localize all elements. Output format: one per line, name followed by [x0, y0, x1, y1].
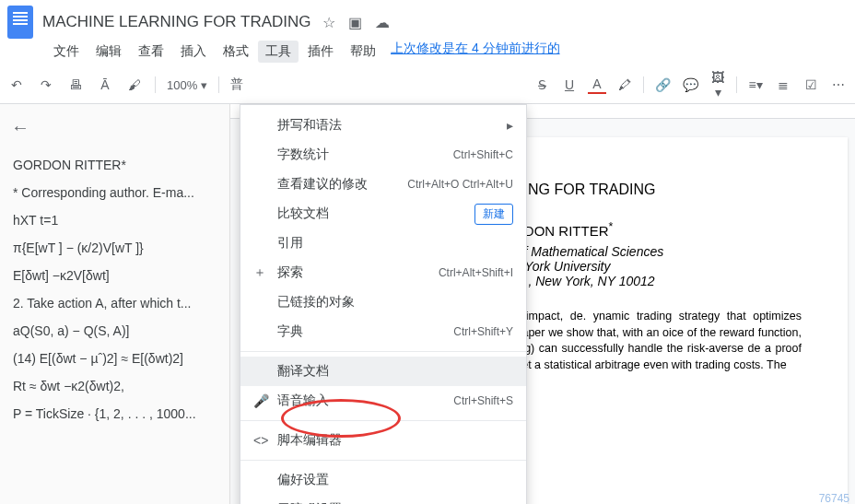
- outline-item[interactable]: Rt ≈ δwt −κ2(δwt)2,: [11, 372, 218, 400]
- text-color-icon[interactable]: A: [588, 76, 606, 94]
- dropdown-item[interactable]: 字典Ctrl+Shift+Y: [240, 317, 526, 346]
- style-select[interactable]: 普: [230, 76, 243, 93]
- menu-bar: 文件 编辑 查看 插入 格式 工具 插件 帮助 上次修改是在 4 分钟前进行的: [0, 41, 855, 66]
- outline-sidebar: ← GORDON RITTER** Corresponding author. …: [0, 104, 230, 504]
- move-icon[interactable]: ▣: [348, 14, 362, 31]
- redo-icon[interactable]: ↷: [37, 77, 55, 92]
- outline-item[interactable]: hXT t=1: [11, 206, 218, 234]
- last-edit-link[interactable]: 上次修改是在 4 分钟前进行的: [391, 41, 560, 63]
- star-icon[interactable]: ☆: [322, 14, 335, 31]
- toolbar: ↶ ↷ 🖶 Ā 🖌 100% ▾ 普 S̶ U A 🖍 🔗 💬 🖼▾ ≡▾ ≣ …: [0, 66, 855, 104]
- undo-icon[interactable]: ↶: [7, 77, 26, 92]
- docs-logo-icon[interactable]: [7, 6, 33, 39]
- shortcut-label: Ctrl+Shift+S: [453, 394, 513, 407]
- back-arrow-icon[interactable]: ←: [11, 117, 218, 138]
- shortcut-label: Ctrl+Shift+Y: [453, 325, 513, 338]
- dropdown-item-label: 语音输入: [277, 393, 453, 409]
- outline-item[interactable]: (14) E[(δwt − µˆ)2] ≈ E[(δwt)2]: [11, 345, 218, 372]
- dropdown-item-label: 引用: [277, 235, 513, 252]
- line-spacing-icon[interactable]: ≣: [774, 77, 792, 92]
- menu-addons[interactable]: 插件: [300, 41, 341, 63]
- dropdown-item-label: 探索: [277, 264, 439, 281]
- print-icon[interactable]: 🖶: [66, 77, 85, 92]
- align-icon[interactable]: ≡▾: [746, 77, 765, 92]
- menu-help[interactable]: 帮助: [343, 41, 383, 63]
- outline-item[interactable]: GORDON RITTER*: [11, 151, 218, 179]
- menu-insert[interactable]: 插入: [173, 41, 214, 63]
- dropdown-item[interactable]: <>脚本编辑器: [240, 426, 526, 455]
- more-icon[interactable]: ⋯: [829, 77, 848, 92]
- dropdown-item-label: 脚本编辑器: [277, 432, 513, 449]
- document-title[interactable]: MACHINE LEARNING FOR TRADING: [42, 13, 311, 31]
- dropdown-item[interactable]: 查看建议的修改Ctrl+Alt+O Ctrl+Alt+U: [240, 170, 526, 199]
- outline-item[interactable]: P = TickSize · {1, 2, . . . , 1000...: [11, 400, 218, 428]
- shortcut-label: Ctrl+Alt+Shift+I: [439, 266, 513, 279]
- outline-item[interactable]: aQ(S0, a) − Q(S, A)]: [11, 317, 218, 345]
- menu-format[interactable]: 格式: [216, 41, 256, 63]
- strike-icon[interactable]: S̶: [533, 77, 551, 92]
- outline-item[interactable]: * Corresponding author. E-ma...: [11, 179, 218, 206]
- image-icon[interactable]: 🖼▾: [709, 70, 727, 100]
- menu-edit[interactable]: 编辑: [88, 41, 129, 63]
- menu-view[interactable]: 查看: [131, 41, 171, 63]
- comment-icon[interactable]: 💬: [681, 77, 699, 92]
- cloud-status-icon[interactable]: ☁: [375, 14, 390, 31]
- dropdown-item-icon: <>: [253, 433, 277, 448]
- dropdown-item[interactable]: 偏好设置: [240, 465, 526, 495]
- link-icon[interactable]: 🔗: [653, 77, 672, 92]
- dropdown-item[interactable]: 已链接的对象: [240, 287, 526, 317]
- dropdown-item-label: 拼写和语法: [277, 117, 507, 134]
- menu-tools[interactable]: 工具: [258, 41, 299, 63]
- underline-icon[interactable]: U: [560, 77, 579, 92]
- dropdown-item-label: 翻译文档: [277, 363, 513, 380]
- dropdown-item[interactable]: ✦无障碍设置: [240, 495, 526, 504]
- dropdown-item-label: 比较文档: [277, 205, 474, 222]
- checklist-icon[interactable]: ☑: [802, 77, 820, 92]
- dropdown-item[interactable]: 拼写和语法▸: [240, 111, 526, 140]
- dropdown-item[interactable]: 字数统计Ctrl+Shift+C: [240, 140, 526, 170]
- shortcut-label: Ctrl+Shift+C: [453, 148, 513, 161]
- watermark: 76745: [819, 492, 849, 504]
- dropdown-item-label: 查看建议的修改: [277, 176, 407, 193]
- paint-format-icon[interactable]: 🖌: [125, 77, 144, 92]
- dropdown-item[interactable]: 翻译文档: [240, 357, 526, 386]
- dropdown-item[interactable]: 比较文档新建: [240, 199, 526, 229]
- dropdown-item-label: 字数统计: [277, 147, 453, 163]
- outline-item[interactable]: 2. Take action A, after which t...: [11, 289, 218, 317]
- title-bar: MACHINE LEARNING FOR TRADING ☆ ▣ ☁: [0, 0, 855, 41]
- dropdown-item-label: 偏好设置: [277, 472, 513, 488]
- dropdown-item-icon: 🎤: [253, 393, 277, 408]
- tools-dropdown: 拼写和语法▸字数统计Ctrl+Shift+C查看建议的修改Ctrl+Alt+O …: [240, 104, 527, 504]
- submenu-arrow-icon: ▸: [507, 118, 513, 133]
- dropdown-item[interactable]: ＋探索Ctrl+Alt+Shift+I: [240, 258, 526, 287]
- outline-item[interactable]: E[δwt] −κ2V[δwt]: [11, 262, 218, 289]
- dropdown-item-icon: ＋: [253, 264, 277, 281]
- dropdown-item[interactable]: 🎤语音输入Ctrl+Shift+S: [240, 386, 526, 416]
- dropdown-item[interactable]: 引用: [240, 229, 526, 258]
- outline-item[interactable]: π{E[wT ] − (κ/2)V[wT ]}: [11, 234, 218, 262]
- dropdown-item-label: 已链接的对象: [277, 294, 513, 311]
- spellcheck-icon[interactable]: Ā: [96, 77, 114, 92]
- shortcut-label: Ctrl+Alt+O Ctrl+Alt+U: [407, 178, 513, 191]
- highlight-icon[interactable]: 🖍: [615, 77, 634, 92]
- zoom-dropdown[interactable]: 100% ▾: [167, 78, 207, 92]
- new-badge[interactable]: 新建: [474, 204, 513, 225]
- menu-file[interactable]: 文件: [46, 41, 87, 63]
- dropdown-item-label: 字典: [277, 323, 453, 340]
